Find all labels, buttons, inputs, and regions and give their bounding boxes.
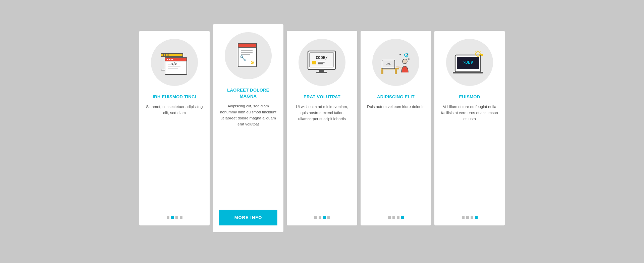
svg-rect-30 [381,69,383,74]
svg-point-38 [408,58,410,60]
dot [327,216,330,219]
card-1-icon-circle: </> [151,39,198,86]
dot [462,216,465,219]
dot [471,216,473,219]
svg-point-39 [402,59,407,64]
svg-point-2 [163,54,164,56]
card-4-dots [388,216,404,219]
dot [319,216,321,219]
cards-container: </> IBH EUISMOD TINCI Sit amet, consecte… [139,31,505,232]
more-info-button[interactable]: MORE INFO [219,210,277,225]
card-3-text: Ut wisi enim ad minim veniam, quis nostr… [293,104,351,208]
dot [175,216,178,219]
card-4-text: Duis autem vel eum iriure dolor in [367,104,424,208]
card-1: </> IBH EUISMOD TINCI Sit amet, consecte… [139,31,210,225]
svg-point-9 [171,59,173,60]
svg-point-4 [167,54,169,56]
card-3-icon-circle: CODE/ [299,39,345,86]
svg-rect-44 [453,72,483,73]
svg-rect-24 [316,72,327,73]
svg-rect-27 [318,62,325,63]
svg-rect-23 [319,69,324,72]
dot [388,216,391,219]
svg-rect-31 [395,69,397,74]
card-3: CODE/ ERAT VOLUTPAT Ut wisi enim ad mini… [287,31,357,225]
svg-text:CODE/: CODE/ [315,55,327,60]
svg-point-8 [169,59,170,60]
card-5: >DEV EUISMOD Vel illum dolore eu feugiat… [434,31,505,225]
dot [392,216,395,219]
svg-text:</>: </> [171,62,177,66]
card-2-icon-circle: 🔧 ⚙ [225,32,272,79]
card-5-icon-circle: >DEV [446,39,493,86]
svg-point-3 [165,54,166,56]
card-1-dots [167,216,182,219]
dot [401,216,404,219]
dot [171,216,174,219]
dot [475,216,478,219]
card-5-text: Vel illum dolore eu feugiat nulla facili… [440,104,499,208]
card-5-title: EUISMOD [459,94,480,100]
svg-point-37 [407,54,408,55]
card-3-dots [314,216,330,219]
svg-line-50 [475,52,476,52]
card-1-title: IBH EUISMOD TINCI [153,94,196,100]
svg-line-51 [481,51,481,52]
developer-person-icon: </> ⚙ [377,47,414,77]
svg-line-40 [397,66,401,68]
card-4: </> ⚙ ADIPISCING ELIT Duis autem vel eum… [361,31,431,225]
svg-rect-6 [165,58,187,61]
card-4-title: ADIPISCING ELIT [377,94,415,100]
laptop-dev-icon: >DEV [451,48,488,77]
card-2-title: LAOREET DOLORE MAGNA [219,87,277,99]
svg-rect-46 [479,54,483,55]
svg-rect-15 [238,43,257,47]
svg-rect-26 [312,61,316,64]
svg-rect-28 [318,63,323,64]
svg-text:🔧: 🔧 [240,55,247,61]
svg-text:</>: </> [386,63,391,66]
svg-text:⚙: ⚙ [404,52,409,59]
dot [167,216,169,219]
card-2-text: Adipiscing elit, sed diam nonummy nibh e… [219,103,277,203]
svg-rect-47 [481,55,482,56]
svg-point-36 [399,54,401,55]
web-code-icon: </> [158,48,191,77]
monitor-code-icon: CODE/ [305,48,340,77]
card-5-dots [462,216,478,219]
dot [314,216,317,219]
dot [180,216,182,219]
card-3-title: ERAT VOLUTPAT [304,94,340,100]
svg-point-7 [167,59,168,60]
card-4-icon-circle: </> ⚙ [372,39,419,86]
svg-text:>DEV: >DEV [463,60,473,65]
dot [397,216,399,219]
dot [323,216,326,219]
dot [466,216,469,219]
svg-rect-1 [161,53,183,57]
doc-settings-icon: 🔧 ⚙ [233,42,263,70]
card-1-text: Sit amet, consectetuer adipiscing elit, … [145,104,204,208]
svg-rect-48 [482,55,483,56]
svg-text:⚙: ⚙ [250,60,255,65]
card-2: 🔧 ⚙ LAOREET DOLORE MAGNA Adipiscing elit… [213,24,283,232]
